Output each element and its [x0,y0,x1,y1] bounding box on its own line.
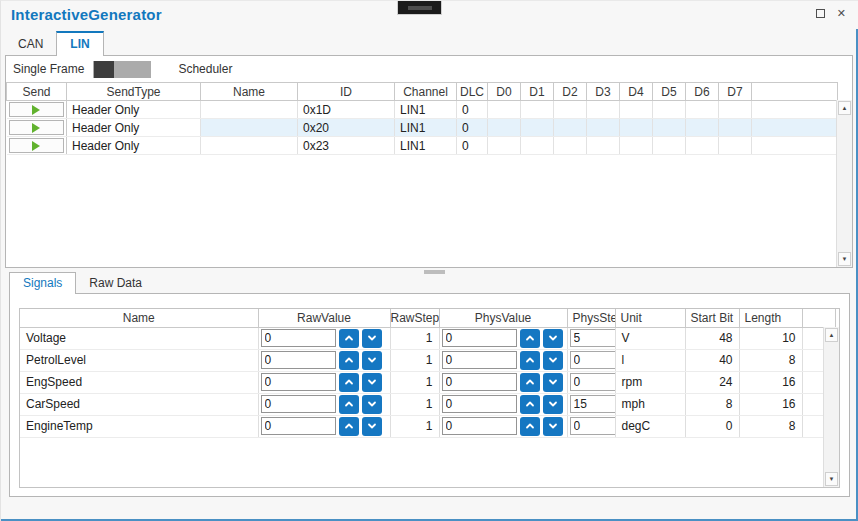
d2-cell[interactable] [554,119,587,137]
phys-value-input[interactable] [442,417,517,435]
raw-increment-button[interactable] [339,395,359,414]
scroll-down-icon[interactable]: ▼ [838,252,851,266]
dlc-cell[interactable]: 0 [457,137,488,155]
sendtype-cell[interactable]: Header Only [67,119,201,137]
signals-scrollbar[interactable]: ▲ ▼ [823,327,839,487]
sendtype-cell[interactable]: Header Only [67,137,201,155]
id-cell[interactable]: 0x23 [298,137,395,155]
col-header-channel[interactable]: Channel [395,83,457,101]
col-header-d3[interactable]: D3 [587,83,620,101]
col-header-id[interactable]: ID [298,83,395,101]
send-button[interactable] [9,102,65,117]
name-cell[interactable] [201,101,298,119]
col-header-length[interactable]: Length [739,309,802,327]
raw-step-cell[interactable]: 1 [390,349,439,371]
send-button[interactable] [9,120,65,135]
phys-increment-button[interactable] [520,329,540,348]
d4-cell[interactable] [620,101,653,119]
phys-value-input[interactable] [442,351,517,369]
col-header-d4[interactable]: D4 [620,83,653,101]
raw-value-input[interactable] [261,373,336,391]
raw-value-input[interactable] [261,351,336,369]
sendtype-cell[interactable]: Header Only [67,101,201,119]
raw-decrement-button[interactable] [362,373,382,392]
d5-cell[interactable] [653,101,686,119]
dlc-cell[interactable]: 0 [457,101,488,119]
raw-increment-button[interactable] [339,329,359,348]
d0-cell[interactable] [488,137,521,155]
channel-cell[interactable]: LIN1 [395,101,457,119]
tab-can[interactable]: CAN [5,33,56,55]
d0-cell[interactable] [488,101,521,119]
d7-cell[interactable] [719,119,752,137]
d1-cell[interactable] [521,137,554,155]
phys-increment-button[interactable] [520,417,540,436]
phys-decrement-button[interactable] [543,329,563,348]
phys-step-input[interactable] [570,351,616,369]
signal-row[interactable]: CarSpeed 1 mph 8 16 [20,393,835,415]
maximize-icon[interactable] [816,9,825,18]
raw-step-cell[interactable]: 1 [390,327,439,349]
signal-row[interactable]: Voltage 1 V 48 10 [20,327,835,349]
d0-cell[interactable] [488,119,521,137]
dock-handle[interactable] [397,1,442,15]
phys-increment-button[interactable] [520,351,540,370]
id-cell[interactable]: 0x1D [298,101,395,119]
d5-cell[interactable] [653,119,686,137]
frames-scrollbar[interactable]: ▲ ▼ [836,100,852,267]
col-header-unit[interactable]: Unit [615,309,685,327]
phys-step-input[interactable] [570,395,616,413]
scroll-down-icon[interactable]: ▼ [825,472,838,486]
phys-step-input[interactable] [570,373,616,391]
col-header-startbit[interactable]: Start Bit [685,309,739,327]
col-header-rawstep[interactable]: RawStep [390,309,439,327]
phys-decrement-button[interactable] [543,395,563,414]
d3-cell[interactable] [587,119,620,137]
mode-toggle-switch[interactable] [93,61,151,78]
phys-increment-button[interactable] [520,395,540,414]
d1-cell[interactable] [521,101,554,119]
col-header-d7[interactable]: D7 [719,83,752,101]
phys-value-input[interactable] [442,395,517,413]
raw-step-cell[interactable]: 1 [390,415,439,437]
raw-decrement-button[interactable] [362,351,382,370]
d6-cell[interactable] [686,137,719,155]
col-header-send[interactable]: Send [7,83,67,101]
send-button[interactable] [9,138,65,153]
d5-cell[interactable] [653,137,686,155]
d6-cell[interactable] [686,101,719,119]
raw-value-input[interactable] [261,417,336,435]
d4-cell[interactable] [620,119,653,137]
tab-lin[interactable]: LIN [56,31,103,56]
raw-decrement-button[interactable] [362,329,382,348]
col-header-rawvalue[interactable]: RawValue [258,309,390,327]
phys-decrement-button[interactable] [543,417,563,436]
col-header-sendtype[interactable]: SendType [67,83,201,101]
name-cell[interactable] [201,137,298,155]
id-cell[interactable]: 0x20 [298,119,395,137]
splitter-grip[interactable] [424,270,445,274]
raw-increment-button[interactable] [339,373,359,392]
close-icon[interactable]: ✕ [837,8,846,19]
raw-step-cell[interactable]: 1 [390,371,439,393]
col-header-name[interactable]: Name [20,309,258,327]
raw-increment-button[interactable] [339,351,359,370]
phys-increment-button[interactable] [520,373,540,392]
d3-cell[interactable] [587,137,620,155]
d4-cell[interactable] [620,137,653,155]
col-header-dlc[interactable]: DLC [457,83,488,101]
scroll-up-icon[interactable]: ▲ [838,101,851,115]
d3-cell[interactable] [587,101,620,119]
d7-cell[interactable] [719,137,752,155]
col-header-d2[interactable]: D2 [554,83,587,101]
raw-decrement-button[interactable] [362,395,382,414]
col-header-d0[interactable]: D0 [488,83,521,101]
col-header-name[interactable]: Name [201,83,298,101]
col-header-d6[interactable]: D6 [686,83,719,101]
frame-row[interactable]: Header Only 0x1D LIN1 0 [7,101,838,119]
d2-cell[interactable] [554,101,587,119]
raw-value-input[interactable] [261,395,336,413]
d7-cell[interactable] [719,101,752,119]
tab-raw-data[interactable]: Raw Data [76,273,155,293]
raw-decrement-button[interactable] [362,417,382,436]
